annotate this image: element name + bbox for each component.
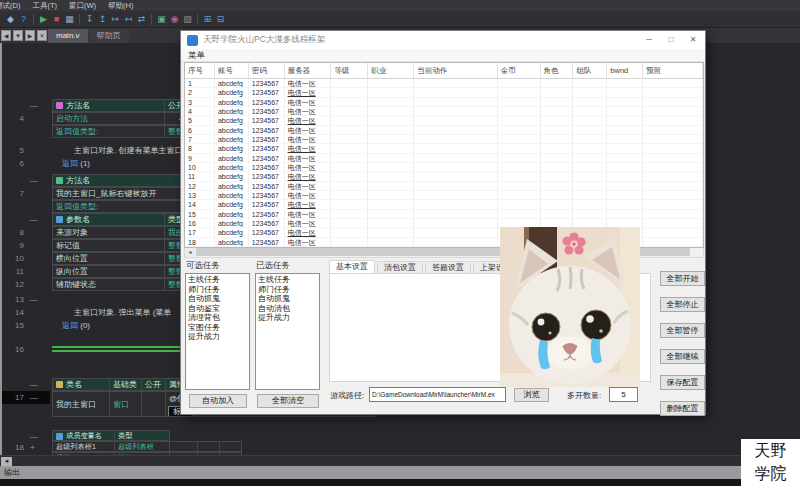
account-row[interactable]: 5abcdefg1234567电信一区 [185, 116, 703, 125]
task-item[interactable]: 清理背包 [188, 313, 249, 323]
account-row[interactable]: 12abcdefg1234567电信一区 [185, 182, 703, 191]
step-over-icon[interactable]: ↦ [109, 12, 122, 27]
account-row[interactable]: 2abcdefg1234567电信一区 [185, 88, 703, 97]
auto-add-button[interactable]: 自动加入 [189, 394, 247, 408]
menu-item-0[interactable]: 调试(D) [0, 0, 26, 11]
account-row[interactable]: 8abcdefg1234567电信一区 [185, 144, 703, 153]
task-item[interactable]: 宝图任务 [188, 323, 249, 333]
fold-marker[interactable]: — [30, 293, 38, 306]
dialog-titlebar[interactable]: ▲ 天野学院火山PC大漠多线程框架 [181, 31, 705, 49]
disabled-icon[interactable]: ▨ [181, 12, 194, 27]
close-button[interactable]: ✕ [683, 31, 703, 49]
task-item[interactable]: 自动抓鬼 [258, 294, 319, 304]
task-item[interactable]: 师门任务 [258, 285, 319, 295]
run-icon[interactable]: ▶ [37, 12, 50, 27]
game-path-input[interactable]: D:\GameDownload\MirM\launcher\MirM.ex [369, 387, 506, 402]
action-button-3[interactable]: 全部继续 [660, 349, 705, 364]
run-to-cursor-icon[interactable]: ⇄ [135, 12, 148, 27]
accounts-table[interactable]: 序号账号密码服务器等级职业当前动作金币角色组队bwnd预留 1abcdefg12… [184, 62, 704, 248]
action-button-5[interactable]: 删除配置 [660, 401, 705, 416]
code-statement[interactable]: 主窗口对象. 创建有菜单主窗口 ( [74, 144, 187, 157]
fold-marker[interactable]: — [30, 378, 38, 391]
account-row[interactable]: 10abcdefg1234567电信一区 [185, 163, 703, 172]
column-header-3[interactable]: 服务器 [285, 63, 332, 78]
account-row[interactable]: 1abcdefg1234567电信一区 [185, 79, 703, 88]
column-header-4[interactable]: 等级 [331, 63, 368, 78]
column-header-1[interactable]: 账号 [215, 63, 249, 78]
stop-icon[interactable]: ■ [50, 12, 63, 27]
fold-marker[interactable]: — [30, 391, 38, 404]
task-item[interactable]: 自动抓鬼 [188, 294, 249, 304]
accounts-table-header[interactable]: 序号账号密码服务器等级职业当前动作金币角色组队bwnd预留 [185, 63, 703, 79]
task-item[interactable]: 主线任务 [258, 275, 319, 285]
new-window-icon[interactable]: ⊞ [201, 12, 214, 27]
column-header-0[interactable]: 序号 [185, 63, 215, 78]
tab-nav-button-0[interactable]: ◀ [1, 30, 11, 41]
accounts-table-body[interactable]: 1abcdefg1234567电信一区2abcdefg1234567电信一区3a… [185, 79, 703, 247]
column-header-2[interactable]: 密码 [249, 63, 285, 78]
account-row[interactable]: 14abcdefg1234567电信一区 [185, 200, 703, 209]
task-item[interactable]: 自动鉴宝 [188, 304, 249, 314]
tab-nav-button-3[interactable]: ✕ [37, 30, 47, 41]
step-back-icon[interactable]: ↤ [122, 12, 135, 27]
action-button-2[interactable]: 全部暂停 [660, 323, 705, 338]
account-row[interactable]: 11abcdefg1234567电信一区 [185, 172, 703, 181]
menu-item-3[interactable]: 帮助(H) [102, 0, 139, 11]
menu-item-2[interactable]: 窗口(W) [63, 0, 102, 11]
editor-tab-main.v[interactable]: main.v [48, 29, 88, 43]
window-list-icon[interactable]: ⊟ [214, 12, 227, 27]
editor-tab-帮助页[interactable]: 帮助页 [89, 29, 129, 43]
task-item[interactable]: 自动清包 [258, 304, 319, 314]
fold-marker[interactable]: — [30, 174, 38, 187]
account-row[interactable]: 9abcdefg1234567电信一区 [185, 154, 703, 163]
scroll-left-button[interactable]: ◄ [1, 457, 12, 466]
tab-nav-button-1[interactable]: ▼ [13, 30, 23, 41]
maximize-button[interactable]: □ [661, 31, 681, 49]
code-section-header[interactable]: 成员变量名类型 [52, 430, 170, 441]
clear-all-button[interactable]: 全部清空 [257, 394, 319, 408]
action-button-4[interactable]: 保存配置 [660, 375, 705, 390]
minimize-button[interactable]: ─ [639, 31, 659, 49]
column-header-8[interactable]: 角色 [541, 63, 574, 78]
code-row[interactable]: 超级列表框1超级列表框 [52, 441, 242, 452]
dialog-menu-item[interactable]: 菜单 [181, 49, 705, 62]
panel-splitter[interactable] [0, 43, 2, 466]
action-button-1[interactable]: 全部停止 [660, 297, 705, 312]
column-header-5[interactable]: 职业 [368, 63, 414, 78]
step-into-icon[interactable]: ↧ [83, 12, 96, 27]
volcano-icon[interactable]: ◆ [4, 12, 17, 27]
selected-tasks-listbox[interactable]: 主线任务师门任务自动抓鬼自动清包提升战力 [255, 273, 320, 390]
browse-button[interactable]: 浏览 [514, 388, 549, 402]
menu-item-1[interactable]: 工具(T) [26, 0, 63, 11]
tab-nav-button-2[interactable]: ▶ [25, 30, 35, 41]
column-header-9[interactable]: 组队 [573, 63, 607, 78]
column-header-6[interactable]: 当前动作 [414, 63, 498, 78]
account-row[interactable]: 13abcdefg1234567电信一区 [185, 191, 703, 200]
column-header-11[interactable]: 预留 [643, 63, 703, 78]
profile-icon[interactable]: ▦ [63, 12, 76, 27]
fold-marker[interactable]: — [30, 99, 38, 112]
column-header-10[interactable]: bwnd [607, 63, 643, 78]
account-row[interactable]: 3abcdefg1234567电信一区 [185, 98, 703, 107]
code-statement[interactable]: 主窗口对象. 弹出菜单 (菜单 [74, 306, 171, 319]
column-header-7[interactable]: 金币 [498, 63, 541, 78]
step-out-icon[interactable]: ↥ [96, 12, 109, 27]
account-row[interactable]: 7abcdefg1234567电信一区 [185, 135, 703, 144]
action-button-0[interactable]: 全部开始 [660, 271, 705, 286]
code-statement[interactable]: 返回 (1) [62, 157, 90, 170]
task-item[interactable]: 师门任务 [188, 285, 249, 295]
account-row[interactable]: 6abcdefg1234567电信一区 [185, 126, 703, 135]
fold-marker[interactable]: — [30, 213, 38, 226]
task-item[interactable]: 提升战力 [188, 332, 249, 342]
code-statement[interactable]: 返回 (0) [62, 319, 90, 332]
image-resource-icon[interactable]: ▣ [155, 12, 168, 27]
account-row[interactable]: 15abcdefg1234567电信一区 [185, 210, 703, 219]
multi-open-input[interactable]: 5 [609, 387, 638, 402]
editor-hscrollbar[interactable]: ◄ [0, 455, 800, 466]
account-row[interactable]: 4abcdefg1234567电信一区 [185, 107, 703, 116]
table-scroll-left-button[interactable]: ◄ [185, 248, 195, 256]
settings-tab-0[interactable]: 基本设置 [329, 260, 375, 274]
task-item[interactable]: 主线任务 [188, 275, 249, 285]
resource-icon[interactable]: ◉ [168, 12, 181, 27]
help-icon[interactable]: ? [17, 12, 30, 27]
